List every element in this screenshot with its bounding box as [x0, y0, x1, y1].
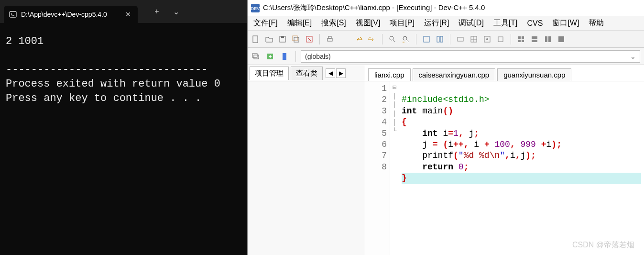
svg-rect-16	[458, 37, 463, 41]
devcpp-toolbar-2: (globals) ⌄	[248, 48, 644, 65]
stop-icon[interactable]	[494, 33, 507, 45]
toolbar-separator	[319, 34, 320, 44]
menu-window[interactable]: 窗口[W]	[548, 17, 583, 29]
svg-rect-30	[252, 54, 257, 57]
line-number: 5	[365, 128, 387, 139]
new-tab-button[interactable]: +	[147, 3, 166, 20]
close-icon[interactable]: ✕	[123, 10, 133, 19]
rebuild-icon[interactable]	[468, 33, 480, 45]
compile-run-icon[interactable]	[454, 33, 467, 45]
svg-point-12	[403, 36, 407, 40]
side-tab-project[interactable]: 项目管理	[250, 67, 289, 80]
file-tab-lianxi[interactable]: lianxi.cpp	[368, 68, 411, 81]
devcpp-split: 项目管理 查看类 ◀ ▶ lianxi.cpp caisesanxingyuan…	[248, 65, 644, 255]
code-line: int i=1, j;	[402, 129, 479, 138]
menu-help[interactable]: 帮助	[585, 17, 608, 29]
scope-combo[interactable]: (globals) ⌄	[301, 50, 640, 63]
run-icon[interactable]	[434, 33, 446, 45]
side-nav-prev[interactable]: ◀	[326, 68, 335, 78]
code-content[interactable]: #include<stdio.h> int main() { int i=1, …	[399, 81, 644, 255]
svg-rect-26	[532, 40, 537, 42]
redo-icon[interactable]	[366, 33, 378, 45]
svg-rect-24	[522, 40, 524, 42]
file-tab-guanxi[interactable]: guanxiyunsuan.cpp	[497, 68, 571, 81]
new-file-icon[interactable]	[250, 33, 262, 45]
svg-rect-9	[327, 38, 332, 41]
open-file-icon[interactable]	[263, 33, 275, 45]
toolbar-separator	[450, 34, 450, 44]
svg-rect-7	[294, 37, 299, 42]
svg-rect-6	[293, 36, 297, 41]
terminal-window: D:\App\devc++\Dev-cpp5.4.0 ✕ + ⌄ 2 1001 …	[0, 0, 247, 255]
svg-rect-5	[281, 36, 284, 38]
fold-marker: |	[390, 118, 399, 127]
menu-search[interactable]: 搜索[S]	[317, 17, 350, 29]
menu-tools[interactable]: 工具[T]	[490, 17, 522, 29]
save-all-icon[interactable]	[290, 33, 302, 45]
grid2-icon[interactable]	[528, 33, 541, 45]
menu-project[interactable]: 项目[P]	[386, 17, 418, 29]
code-line: int main()	[402, 106, 453, 116]
menu-file[interactable]: 文件[F]	[250, 17, 282, 29]
replace-icon[interactable]	[400, 33, 412, 45]
editor-area: lianxi.cpp caisesanxingyuan.cpp guanxiyu…	[365, 65, 644, 255]
grid3-icon[interactable]	[542, 33, 554, 45]
save-icon[interactable]	[276, 33, 289, 45]
fold-marker: |	[390, 100, 399, 109]
menu-cvs[interactable]: CVS	[524, 18, 547, 29]
fold-marker: |	[390, 92, 399, 100]
side-tab-classes[interactable]: 查看类	[291, 67, 323, 80]
tab-dropdown-button[interactable]: ⌄	[166, 3, 186, 20]
svg-text:DEV: DEV	[251, 6, 260, 11]
svg-rect-25	[532, 36, 537, 39]
bookmark-icon[interactable]	[278, 50, 291, 63]
menu-run[interactable]: 运行[R]	[420, 17, 453, 29]
side-nav-next[interactable]: ▶	[336, 68, 346, 78]
fold-marker[interactable]: ⊟	[390, 83, 399, 92]
terminal-tabbar: D:\App\devc++\Dev-cpp5.4.0 ✕ + ⌄	[0, 0, 247, 23]
grid4-icon[interactable]	[555, 33, 568, 45]
compile-icon[interactable]	[420, 33, 433, 45]
svg-rect-33	[283, 53, 286, 60]
menu-view[interactable]: 视图[V]	[352, 17, 384, 29]
close-file-icon[interactable]	[303, 33, 316, 45]
svg-point-19	[486, 38, 488, 40]
code-editor[interactable]: 1 2 3 4 5 6 7 8 ⊟ | | | | └	[365, 81, 644, 255]
find-icon[interactable]	[386, 33, 399, 45]
svg-rect-23	[518, 40, 521, 42]
devcpp-window: DEV C:\Users\张海玲\Desktop\C++\lianxi.cpp …	[247, 0, 644, 255]
terminal-icon	[9, 10, 17, 19]
line-number: 2	[365, 94, 387, 105]
code-line: {	[402, 117, 407, 127]
terminal-tab[interactable]: D:\App\devc++\Dev-cpp5.4.0 ✕	[4, 6, 138, 23]
line-number: 1	[365, 83, 387, 94]
devcpp-title: C:\Users\张海玲\Desktop\C++\lianxi.cpp - [E…	[263, 3, 485, 12]
svg-rect-10	[328, 36, 331, 38]
toolbar-separator	[382, 34, 382, 44]
file-tab-caisesan[interactable]: caisesanxingyuan.cpp	[413, 68, 496, 81]
side-panel: 项目管理 查看类 ◀ ▶	[248, 65, 365, 255]
window-list-icon[interactable]	[250, 50, 262, 63]
undo-icon[interactable]	[352, 33, 365, 45]
svg-rect-29	[558, 36, 564, 42]
menu-debug[interactable]: 调试[D]	[455, 17, 487, 29]
line-number: 8	[365, 162, 387, 173]
fold-gutter: ⊟ | | | | └	[390, 81, 399, 255]
svg-rect-31	[254, 55, 259, 59]
line-number-gutter: 1 2 3 4 5 6 7 8	[365, 81, 390, 255]
terminal-output: 2 1001 -------------------------------- …	[0, 23, 247, 255]
print-icon[interactable]	[324, 33, 336, 45]
svg-rect-14	[437, 36, 439, 42]
toolbar-separator	[511, 34, 511, 44]
svg-rect-27	[545, 36, 547, 42]
add-icon[interactable]	[264, 50, 276, 63]
menu-edit[interactable]: 编辑[E]	[284, 17, 316, 29]
fold-marker: |	[390, 110, 399, 118]
debug-icon[interactable]	[481, 33, 493, 45]
fold-marker: └	[390, 127, 399, 135]
terminal-tab-actions: + ⌄	[147, 3, 186, 20]
file-tabs: lianxi.cpp caisesanxingyuan.cpp guanxiyu…	[365, 65, 644, 81]
svg-rect-21	[518, 36, 521, 39]
grid1-icon[interactable]	[515, 33, 527, 45]
devcpp-icon: DEV	[251, 3, 260, 13]
